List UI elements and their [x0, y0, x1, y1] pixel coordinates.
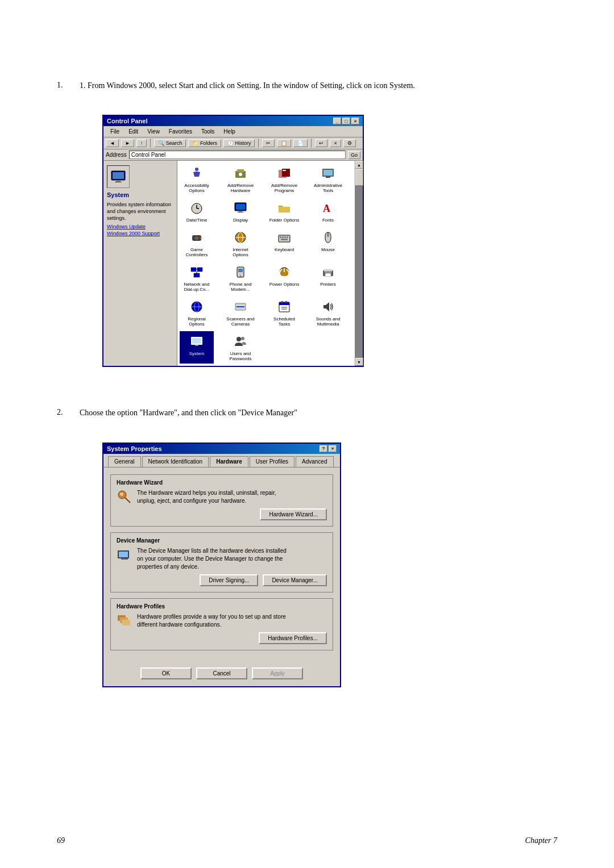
- undo-button[interactable]: ↩: [315, 139, 327, 147]
- cp-icon-display[interactable]: Display: [223, 198, 258, 225]
- tab-hardware[interactable]: Hardware: [210, 456, 248, 467]
- windows-support-link[interactable]: Windows 2000 Support: [107, 231, 173, 236]
- cp-icon-accessibility[interactable]: Accessibility Options: [180, 163, 214, 195]
- tab-general[interactable]: General: [108, 456, 141, 467]
- scrollbar[interactable]: ▲ ▼: [355, 161, 363, 366]
- search-button[interactable]: 🔍 Search: [154, 139, 186, 147]
- cancel-btn[interactable]: Cancel: [196, 667, 247, 679]
- svg-rect-36: [281, 239, 288, 240]
- help-button[interactable]: ?: [320, 445, 327, 452]
- cut-button[interactable]: ✂: [262, 139, 275, 147]
- delete-button[interactable]: ×: [330, 139, 341, 147]
- step-2-text: Choose the option "Hardware", and then c…: [80, 407, 557, 419]
- hwp-title: Hardware Profiles: [117, 603, 327, 610]
- hw-profiles-section: Hardware Profiles: [110, 598, 333, 650]
- scroll-thumb[interactable]: [355, 169, 363, 186]
- maximize-button[interactable]: □: [342, 118, 350, 124]
- cp-icon-scheduled[interactable]: Scheduled Tasks: [267, 297, 301, 329]
- svg-rect-2: [116, 180, 121, 182]
- svg-rect-34: [284, 236, 286, 238]
- step-1-content: 1. From Windows 2000, select Start and c…: [80, 80, 557, 384]
- ok-btn[interactable]: OK: [140, 667, 192, 679]
- users-label: Users and Passwords: [225, 351, 256, 361]
- dialog-close-button[interactable]: ×: [329, 445, 337, 452]
- go-button[interactable]: Go: [348, 151, 360, 159]
- cp-icon-internet[interactable]: Internet Options: [223, 227, 258, 260]
- cp-icon-keyboard[interactable]: Keyboard: [267, 227, 301, 260]
- svg-point-38: [327, 233, 329, 237]
- minimize-button[interactable]: _: [333, 118, 341, 124]
- apply-btn[interactable]: Apply: [252, 667, 303, 679]
- system-props-window: System Properties ? × General Network Id…: [102, 443, 341, 687]
- tab-user-profiles[interactable]: User Profiles: [250, 456, 294, 467]
- menu-view[interactable]: View: [143, 127, 164, 136]
- forward-button[interactable]: ►: [121, 139, 134, 147]
- menu-file[interactable]: File: [106, 127, 124, 136]
- svg-rect-39: [191, 268, 196, 272]
- hw-profiles-btn[interactable]: Hardware Profiles...: [259, 632, 327, 644]
- cp-icon-addremove-prog[interactable]: Add/Remove Programs: [267, 163, 301, 195]
- cp-icon-power[interactable]: Power Options: [267, 262, 301, 294]
- hardware-wizard-section: Hardware Wizard: [110, 474, 333, 527]
- svg-rect-51: [325, 272, 331, 273]
- tab-network-id[interactable]: Network Identification: [142, 456, 209, 467]
- driver-signing-btn[interactable]: Driver Signing...: [200, 574, 258, 586]
- scroll-up-btn[interactable]: ▲: [355, 161, 363, 169]
- hw-wizard-text: The Hardware wizard helps you install, u…: [137, 489, 327, 505]
- dialog-title-buttons[interactable]: ? ×: [320, 445, 337, 452]
- cp-icon-regional[interactable]: Regional Options: [180, 297, 214, 329]
- tab-advanced[interactable]: Advanced: [296, 456, 333, 467]
- device-manager-btn[interactable]: Device Manager...: [263, 574, 327, 586]
- device-manager-icon: [117, 547, 132, 563]
- svg-rect-65: [192, 338, 201, 344]
- cp-icon-system[interactable]: System: [180, 331, 214, 364]
- cp-icon-users[interactable]: Users and Passwords: [223, 331, 258, 364]
- properties-button[interactable]: ⚙: [343, 139, 356, 147]
- scroll-track: [355, 169, 363, 358]
- history-button[interactable]: 🕐 History: [223, 139, 255, 147]
- close-button[interactable]: ×: [351, 118, 359, 124]
- address-input[interactable]: Control Panel: [129, 151, 346, 159]
- svg-point-7: [239, 173, 242, 176]
- menu-tools[interactable]: Tools: [197, 127, 219, 136]
- svg-point-26: [198, 236, 200, 238]
- menu-help[interactable]: Help: [219, 127, 240, 136]
- copy-button[interactable]: 📋: [277, 139, 291, 147]
- paste-button[interactable]: 📄: [293, 139, 308, 147]
- internet-label: Internet Options: [225, 247, 256, 257]
- cp-icon-network[interactable]: Network and Dial-up Co...: [180, 262, 214, 294]
- hw-wizard-row: The Hardware wizard helps you install, u…: [117, 489, 327, 505]
- cp-icon-admin[interactable]: Administrative Tools: [311, 163, 345, 195]
- cp-icon-sounds[interactable]: Sounds and Multimedia: [311, 297, 345, 329]
- windows-update-link[interactable]: Windows Update: [107, 224, 173, 229]
- svg-point-67: [237, 337, 241, 341]
- cp-icon-game[interactable]: Game Controllers: [180, 227, 214, 260]
- dm-icon: [117, 547, 132, 563]
- cp-icon-folder-opts[interactable]: Folder Options: [267, 198, 301, 225]
- menu-edit[interactable]: Edit: [124, 127, 143, 136]
- folders-button[interactable]: 📁 Folders: [188, 139, 221, 147]
- title-buttons[interactable]: _ □ ×: [333, 118, 359, 124]
- cp-icon-datetime[interactable]: Date/Time: [180, 198, 214, 225]
- cp-icon-fonts[interactable]: A Fonts: [311, 198, 345, 225]
- cp-icon-scanners[interactable]: Scanners and Cameras: [223, 297, 258, 329]
- scheduled-label: Scheduled Tasks: [268, 316, 300, 327]
- cp-icon-mouse[interactable]: Mouse: [311, 227, 345, 260]
- cp-icon-printers[interactable]: Printers: [311, 262, 345, 294]
- admin-icon: [320, 165, 336, 181]
- mouse-label: Mouse: [321, 247, 335, 252]
- hardware-wizard-btn[interactable]: Hardware Wizard...: [260, 508, 327, 520]
- dm-row: The Device Manager lists all the hardwar…: [117, 547, 327, 571]
- keyboard-label: Keyboard: [275, 247, 294, 252]
- dialog-title: System Properties: [107, 445, 162, 452]
- svg-point-27: [200, 237, 202, 239]
- admin-label: Administrative Tools: [312, 183, 344, 193]
- back-button[interactable]: ◄: [106, 139, 119, 147]
- menu-favorites[interactable]: Favorites: [164, 127, 197, 136]
- up-button[interactable]: ↑: [136, 139, 147, 147]
- cp-icon-addremove-hw[interactable]: Add/Remove Hardware: [223, 163, 258, 195]
- hwp-buttons: Hardware Profiles...: [117, 632, 327, 644]
- cp-icon-phone[interactable]: Phone and Modem...: [223, 262, 258, 294]
- scroll-down-btn[interactable]: ▼: [355, 358, 363, 366]
- svg-point-45: [240, 276, 242, 277]
